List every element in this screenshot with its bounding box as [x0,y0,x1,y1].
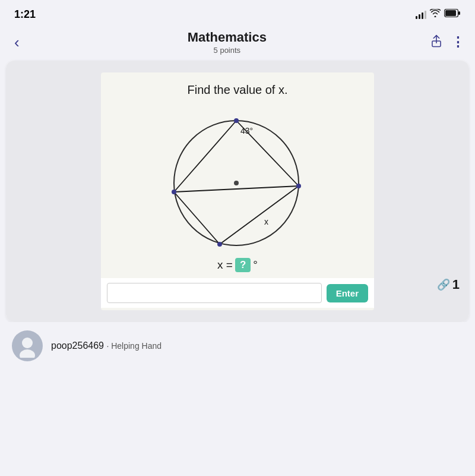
svg-text:x: x [264,217,268,226]
share-button[interactable] [430,34,443,50]
svg-point-17 [22,338,33,348]
answer-row: Enter [101,278,374,308]
page-title: Mathematics [24,30,430,45]
circle-diagram: 43° x [148,103,327,254]
user-info: poop256469 · Helping Hand [51,341,162,351]
equation-bracket: ? [235,258,251,272]
svg-rect-1 [445,10,456,16]
status-icons [416,9,461,20]
equation-x-label: x = [217,259,233,272]
username: poop256469 · Helping Hand [51,341,162,351]
attachment-icon: 🔗 [437,278,450,291]
math-image-container: Find the value of x. [6,61,469,322]
user-badge: · Helping Hand [106,341,162,351]
status-time: 1:21 [14,8,36,21]
equation-display: x = ? ° [217,258,258,272]
nav-bar: ‹ Mathematics 5 points ⋮ [0,26,475,61]
battery-icon [444,9,461,20]
svg-line-8 [174,192,220,244]
nav-actions: ⋮ [430,34,466,50]
svg-point-14 [217,242,222,247]
status-bar: 1:21 [0,0,475,26]
avatar [12,330,43,361]
svg-rect-2 [458,11,460,15]
nav-title-block: Mathematics 5 points [24,30,430,55]
svg-point-18 [20,349,35,358]
math-problem-canvas: Find the value of x. [101,72,374,310]
svg-text:43°: 43° [240,126,253,135]
wifi-icon [430,9,441,20]
signal-bars-icon [416,10,426,19]
svg-line-9 [220,186,299,244]
user-row: poop256469 · Helping Hand [0,322,475,370]
problem-title: Find the value of x. [188,83,288,97]
question-card: Find the value of x. [6,61,469,322]
answer-input[interactable] [107,283,322,303]
svg-point-5 [234,181,239,185]
attachment-count: 1 [452,277,460,292]
svg-line-6 [174,121,236,192]
svg-line-10 [174,186,299,192]
attachment-area: 🔗 1 [437,277,460,292]
svg-point-12 [172,190,176,194]
more-options-button[interactable]: ⋮ [451,34,466,50]
equation-degree: ° [253,259,258,272]
content-area: Find the value of x. [0,61,475,370]
svg-point-13 [296,184,301,188]
page-subtitle: 5 points [24,46,430,55]
svg-point-11 [234,118,239,123]
back-button[interactable]: ‹ [10,31,24,54]
enter-button[interactable]: Enter [327,284,368,302]
